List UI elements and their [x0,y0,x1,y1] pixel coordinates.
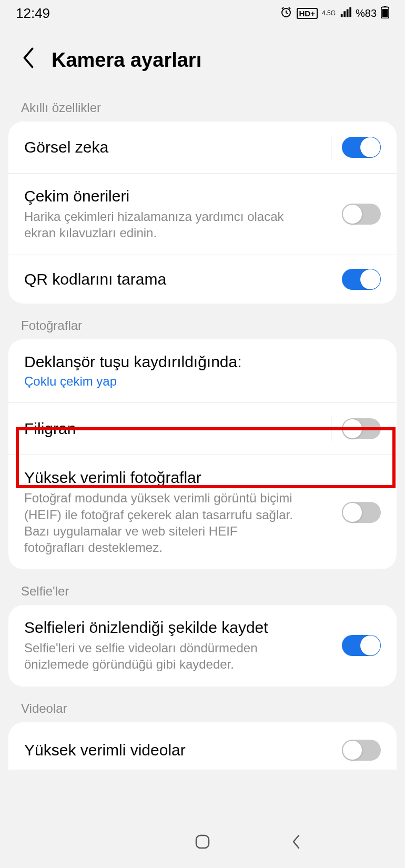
toggle-heif[interactable] [342,502,381,523]
scene-title: Görsel zeka [24,138,326,156]
card-selfies: Selfieleri önizlendiği şekilde kaydet Se… [8,605,397,686]
svg-rect-3 [384,6,387,7]
watermark-title: Filigran [24,420,326,438]
status-bar: 12:49 HD+ 4.5G %83 [0,0,405,26]
section-photos-label: Fotoğraflar [0,304,405,339]
selfie-sub: Selfie'leri ve selfie videoları döndürme… [24,640,298,672]
row-watermark[interactable]: Filigran [8,402,397,455]
toggle-selfie[interactable] [342,635,381,656]
battery-text: %83 [356,7,377,19]
shot-title: Çekim önerileri [24,187,342,205]
heif-title: Yüksek verimli fotoğraflar [24,469,342,487]
row-scene-optimizer[interactable]: Görsel zeka [8,122,397,173]
card-photos: Deklanşör tuşu kaydırıldığında: Çoklu çe… [8,339,397,569]
signal-icon [340,6,351,21]
qr-title: QR kodlarını tarama [24,270,342,288]
svg-rect-2 [382,9,388,17]
alarm-icon [280,6,292,21]
toggle-shot[interactable] [342,204,381,225]
status-icons: HD+ 4.5G %83 [280,6,389,21]
shutter-title: Deklanşör tuşu kaydırıldığında: [24,353,381,371]
toggle-watermark[interactable] [342,418,381,439]
nav-back[interactable] [285,831,306,852]
row-selfie-save[interactable]: Selfieleri önizlendiği şekilde kaydet Se… [8,605,397,686]
hd-icon: HD+ [297,8,318,19]
battery-icon [381,6,389,21]
row-heif[interactable]: Yüksek verimli fotoğraflar Fotoğraf modu… [8,455,397,569]
divider [331,135,331,159]
status-time: 12:49 [16,5,50,22]
selfie-title: Selfieleri önizlendiği şekilde kaydet [24,619,342,637]
back-button[interactable] [21,47,36,73]
nav-bar [0,815,405,868]
card-videos: Yüksek verimli videolar [8,722,397,770]
section-selfies-label: Selfie'ler [0,569,405,605]
svg-rect-4 [196,835,209,848]
row-shot-suggestions[interactable]: Çekim önerileri Harika çekimleri hizalam… [8,173,397,255]
nav-home[interactable] [192,831,213,852]
card-smart: Görsel zeka Çekim önerileri Harika çekim… [8,122,397,304]
row-hevc[interactable]: Yüksek verimli videolar [8,722,397,770]
divider [331,417,331,441]
section-smart-label: Akıllı özellikler [0,94,405,122]
shutter-link: Çoklu çekim yap [24,374,381,389]
shot-sub: Harika çekimleri hizalamanıza yardımcı o… [24,208,298,241]
toggle-qr[interactable] [342,269,381,290]
hevc-title: Yüksek verimli videolar [24,741,342,759]
section-videos-label: Videolar [0,687,405,722]
page-header: Kamera ayarları [0,26,405,94]
page-title: Kamera ayarları [52,49,201,72]
row-qr-scan[interactable]: QR kodlarını tarama [8,255,397,304]
row-shutter-swipe[interactable]: Deklanşör tuşu kaydırıldığında: Çoklu çe… [8,339,397,402]
toggle-scene[interactable] [342,137,381,158]
toggle-hevc[interactable] [342,740,381,761]
network-icon: 4.5G [322,10,336,16]
heif-sub: Fotoğraf modunda yüksek verimli görüntü … [24,490,298,556]
